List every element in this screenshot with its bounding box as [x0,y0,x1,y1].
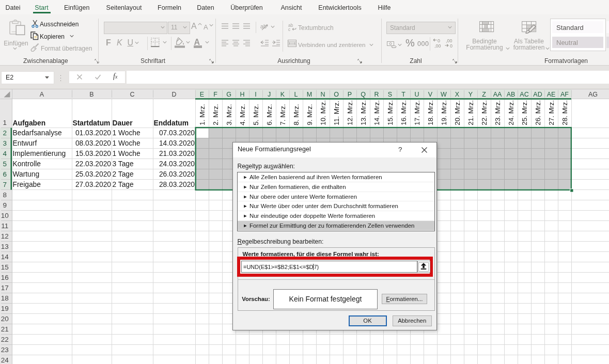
svg-text:Startdatum: Startdatum [73,119,111,127]
svg-text:M: M [307,91,312,98]
svg-text:V: V [428,91,433,98]
svg-text:Dauer: Dauer [113,119,133,127]
svg-text:E: E [200,91,204,98]
svg-text:19: 19 [1,305,9,312]
svg-text:5. Mrz.: 5. Mrz. [252,104,260,125]
svg-text:2: 2 [3,129,7,137]
svg-text:28.03.2020: 28.03.2020 [159,181,195,188]
svg-text:13. Mrz.: 13. Mrz. [360,100,367,125]
svg-text:15: 15 [1,263,9,271]
svg-text:Y: Y [469,91,473,98]
svg-text:AC: AC [520,91,528,98]
svg-text:2. Mrz.: 2. Mrz. [212,104,220,125]
svg-text:Implementierung: Implementierung [13,150,66,157]
svg-text:Bedarfsanalyse: Bedarfsanalyse [13,129,62,137]
svg-text:9: 9 [3,201,7,209]
svg-text:26.03.2020: 26.03.2020 [159,170,195,178]
svg-text:1 Woche: 1 Woche [113,150,141,157]
svg-text:3 Tage: 3 Tage [113,160,134,168]
svg-text:1. Mrz.: 1. Mrz. [198,104,206,125]
svg-text:G: G [226,91,231,98]
svg-text:26. Mrz.: 26. Mrz. [534,100,542,125]
svg-text:08.03.2020: 08.03.2020 [75,139,111,147]
svg-text:27. Mrz.: 27. Mrz. [548,100,555,125]
svg-text:15.03.2020: 15.03.2020 [75,150,111,157]
svg-text:12. Mrz.: 12. Mrz. [346,100,354,125]
svg-text:Z: Z [482,91,486,98]
svg-text:10: 10 [1,212,9,219]
svg-text:K: K [280,91,285,98]
svg-text:0: 0 [450,43,452,48]
svg-text:AF: AF [560,91,569,98]
svg-text:J: J [268,91,271,98]
svg-text:16. Mrz.: 16. Mrz. [400,100,408,125]
svg-text:5: 5 [3,160,7,168]
svg-text:X: X [455,91,460,98]
svg-text:22: 22 [1,336,9,343]
svg-text:AB: AB [507,91,516,98]
svg-text:22.03.2020: 22.03.2020 [75,160,111,168]
svg-text:11: 11 [1,222,8,230]
svg-text:Wartung: Wartung [13,170,40,178]
svg-text:21. Mrz.: 21. Mrz. [467,100,475,125]
svg-text:Enddatum: Enddatum [154,119,189,127]
svg-text:21: 21 [1,325,9,333]
svg-text:F: F [213,91,217,98]
svg-text:14: 14 [1,253,9,261]
svg-text:14.03.2020: 14.03.2020 [159,139,195,147]
svg-text:1 Woche: 1 Woche [113,129,141,137]
svg-text:,00: ,00 [446,38,452,43]
svg-text:18: 18 [1,294,9,302]
svg-text:Q: Q [361,91,366,98]
svg-text:01.03.2020: 01.03.2020 [75,129,111,137]
svg-text:23. Mrz.: 23. Mrz. [494,100,502,125]
svg-text:2 Tage: 2 Tage [113,170,134,178]
svg-text:,00: ,00 [434,43,441,48]
svg-text:R: R [374,91,379,98]
svg-text:1: 1 [3,119,7,126]
svg-text:19. Mrz.: 19. Mrz. [440,100,448,125]
svg-text:4. Mrz.: 4. Mrz. [239,104,246,125]
svg-text:Kontrolle: Kontrolle [13,160,41,168]
svg-text:AE: AE [547,91,556,98]
svg-text:4: 4 [3,150,7,157]
svg-text:16: 16 [1,274,9,281]
svg-text:18. Mrz.: 18. Mrz. [427,100,434,125]
svg-text:0: 0 [438,38,440,43]
svg-text:17: 17 [1,284,9,292]
svg-text:Entwurf: Entwurf [13,139,37,147]
svg-text:1 Woche: 1 Woche [113,139,141,147]
svg-text:O: O [334,91,339,98]
svg-text:20: 20 [1,315,9,323]
svg-text:AD: AD [533,91,542,98]
svg-text:11. Mrz.: 11. Mrz. [333,101,340,125]
svg-text:25.03.2020: 25.03.2020 [75,170,111,178]
svg-text:24.03.2020: 24.03.2020 [159,160,195,168]
svg-text:T: T [401,91,405,98]
svg-text:6. Mrz.: 6. Mrz. [266,104,273,125]
svg-text:I: I [255,91,256,98]
svg-text:7. Mrz.: 7. Mrz. [279,104,287,125]
svg-text:AG: AG [588,91,598,98]
svg-text:3: 3 [3,139,7,147]
svg-text:13: 13 [1,243,9,250]
svg-text:A: A [40,91,44,98]
svg-text:23: 23 [1,346,9,354]
svg-text:U: U [414,91,419,98]
svg-text:8. Mrz.: 8. Mrz. [292,104,300,125]
svg-text:21.03.2020: 21.03.2020 [159,150,195,157]
svg-text:Aufgaben: Aufgaben [13,119,46,127]
svg-text:3. Mrz.: 3. Mrz. [225,104,233,125]
svg-text:C: C [130,91,134,98]
svg-text:L: L [294,91,298,98]
svg-text:AA: AA [493,91,502,98]
svg-text:N: N [320,91,325,98]
svg-text:20. Mrz.: 20. Mrz. [454,100,461,125]
svg-text:6: 6 [3,170,7,178]
svg-text:24. Mrz.: 24. Mrz. [507,100,515,125]
svg-text:8: 8 [3,191,7,199]
svg-text:27.03.2020: 27.03.2020 [75,181,111,188]
svg-text:28. Mrz.: 28. Mrz. [561,100,569,125]
svg-text:14. Mrz.: 14. Mrz. [373,100,381,125]
svg-text:D: D [171,91,176,98]
